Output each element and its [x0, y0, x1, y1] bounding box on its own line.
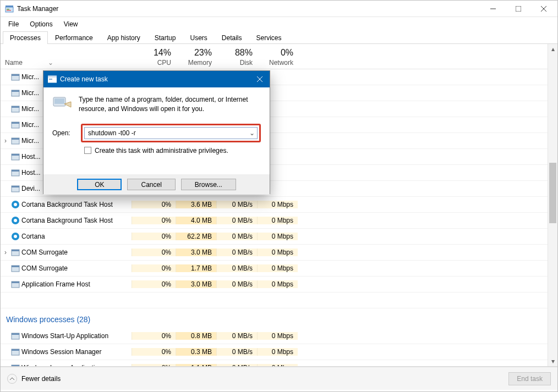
- browse-button[interactable]: Browse...: [181, 179, 236, 190]
- table-row[interactable]: Windows Start-Up Application 0% 0.8 MB 0…: [1, 328, 557, 344]
- expand-icon[interactable]: ›: [1, 137, 10, 145]
- process-icon: [10, 104, 20, 113]
- process-icon: [10, 264, 20, 273]
- column-header-network[interactable]: 0% Network: [257, 46, 298, 69]
- cancel-button[interactable]: Cancel: [127, 179, 175, 190]
- tab-startup[interactable]: Startup: [147, 31, 183, 44]
- process-icon: [10, 120, 20, 129]
- table-row[interactable]: Cortana 0% 62.2 MB 0 MB/s 0 Mbps: [1, 229, 557, 245]
- table-row[interactable]: Application Frame Host 0% 3.0 MB 0 MB/s …: [1, 277, 557, 292]
- process-name: COM Surrogate: [20, 249, 132, 256]
- memory-cell: 3.0 MB: [176, 280, 216, 288]
- maximize-button[interactable]: [506, 1, 531, 17]
- fewer-details-button[interactable]: Fewer details: [7, 374, 61, 384]
- disk-cell: 0 MB/s: [216, 280, 257, 288]
- process-icon: [10, 280, 20, 289]
- vertical-scrollbar[interactable]: ▴ ▾: [548, 44, 557, 366]
- minimize-button[interactable]: [480, 1, 506, 17]
- process-icon: [10, 248, 20, 257]
- network-cell: 0 Mbps: [257, 364, 298, 367]
- scroll-thumb[interactable]: [549, 163, 556, 223]
- process-icon: [10, 332, 20, 340]
- svg-rect-45: [48, 76, 57, 78]
- footer-bar: Fewer details End task: [1, 367, 557, 390]
- disk-cell: 0 MB/s: [216, 332, 257, 340]
- tab-users[interactable]: Users: [183, 31, 214, 44]
- network-cell: 0 Mbps: [257, 249, 298, 256]
- scroll-up-icon[interactable]: ▴: [548, 44, 557, 54]
- open-combobox[interactable]: ⌄: [84, 127, 258, 139]
- svg-rect-15: [12, 122, 19, 124]
- tab-strip: Processes Performance App history Startu…: [1, 31, 557, 44]
- process-name: Cortana: [20, 233, 132, 240]
- network-cell: 0 Mbps: [257, 233, 298, 240]
- tab-processes[interactable]: Processes: [3, 31, 48, 44]
- ok-button[interactable]: OK: [77, 179, 122, 190]
- disk-cell: 0 MB/s: [216, 249, 257, 256]
- table-row[interactable]: Cortana Background Task Host 0% 4.0 MB 0…: [1, 213, 557, 229]
- svg-rect-13: [12, 106, 19, 108]
- process-name: Windows Session Manager: [20, 348, 132, 356]
- column-header-memory[interactable]: 23% Memory: [176, 46, 216, 69]
- memory-cell: 4.0 MB: [176, 217, 216, 224]
- sort-indicator-icon: ⌄: [48, 59, 53, 67]
- app-icon: [5, 4, 14, 13]
- network-cell: 0 Mbps: [257, 264, 298, 272]
- chevron-down-icon[interactable]: ⌄: [247, 129, 257, 137]
- menu-options[interactable]: Options: [25, 19, 57, 29]
- disk-cell: 0 MB/s: [216, 201, 257, 208]
- svg-rect-31: [12, 250, 19, 251]
- tab-services[interactable]: Services: [249, 31, 289, 44]
- scroll-down-icon[interactable]: ▾: [548, 356, 557, 366]
- admin-privileges-checkbox[interactable]: [84, 147, 91, 154]
- cpu-cell: 0%: [132, 364, 176, 367]
- network-cell: 0 Mbps: [257, 332, 298, 340]
- dialog-close-button[interactable]: [250, 71, 270, 87]
- close-button[interactable]: [531, 1, 556, 17]
- process-name: Windows Logon Application: [20, 364, 132, 367]
- svg-rect-11: [12, 90, 19, 92]
- process-icon: [10, 200, 20, 209]
- disk-cell: 0 MB/s: [216, 364, 257, 367]
- process-name: Host...: [20, 153, 43, 161]
- table-row[interactable]: COM Surrogate 0% 1.7 MB 0 MB/s 0 Mbps: [1, 261, 557, 277]
- menu-view[interactable]: View: [59, 19, 83, 29]
- column-header-cpu[interactable]: 14% CPU: [132, 46, 176, 69]
- open-input[interactable]: [85, 129, 247, 137]
- svg-point-25: [14, 203, 17, 206]
- group-windows-processes[interactable]: Windows processes (28): [1, 308, 557, 328]
- process-name: Micr...: [20, 73, 43, 81]
- process-icon: [10, 152, 20, 161]
- tab-app-history[interactable]: App history: [100, 31, 147, 44]
- table-row[interactable]: Windows Session Manager 0% 0.3 MB 0 MB/s…: [1, 344, 557, 360]
- table-row[interactable]: Cortana Background Task Host 0% 3.6 MB 0…: [1, 197, 557, 213]
- process-name: Micr...: [20, 89, 43, 97]
- svg-rect-3: [7, 10, 11, 11]
- column-header-name[interactable]: Name ⌄: [1, 59, 132, 69]
- tab-details[interactable]: Details: [215, 31, 249, 44]
- cpu-cell: 0%: [132, 201, 176, 208]
- cpu-cell: 0%: [132, 264, 176, 272]
- network-cell: 0 Mbps: [257, 201, 298, 208]
- end-task-button[interactable]: End task: [508, 372, 551, 385]
- column-header-disk[interactable]: 88% Disk: [216, 46, 257, 69]
- table-row[interactable]: › COM Surrogate 0% 3.0 MB 0 MB/s 0 Mbps: [1, 245, 557, 261]
- expand-icon[interactable]: ›: [1, 249, 10, 256]
- cpu-cell: 0%: [132, 332, 176, 340]
- process-icon: [10, 363, 20, 367]
- process-icon: [10, 232, 20, 241]
- process-name: Micr...: [20, 137, 43, 145]
- svg-rect-21: [12, 170, 19, 172]
- process-name: COM Surrogate: [20, 264, 132, 272]
- svg-point-29: [14, 235, 17, 238]
- process-icon: [10, 216, 20, 225]
- cpu-cell: 0%: [132, 280, 176, 288]
- menu-file[interactable]: File: [4, 19, 23, 29]
- table-row[interactable]: Windows Logon Application 0% 1.1 MB 0 MB…: [1, 360, 557, 367]
- process-icon: [10, 168, 20, 177]
- cpu-cell: 0%: [132, 348, 176, 356]
- network-cell: 0 Mbps: [257, 348, 298, 356]
- tab-performance[interactable]: Performance: [48, 31, 100, 44]
- memory-cell: 0.8 MB: [176, 332, 216, 340]
- process-icon: [10, 136, 20, 145]
